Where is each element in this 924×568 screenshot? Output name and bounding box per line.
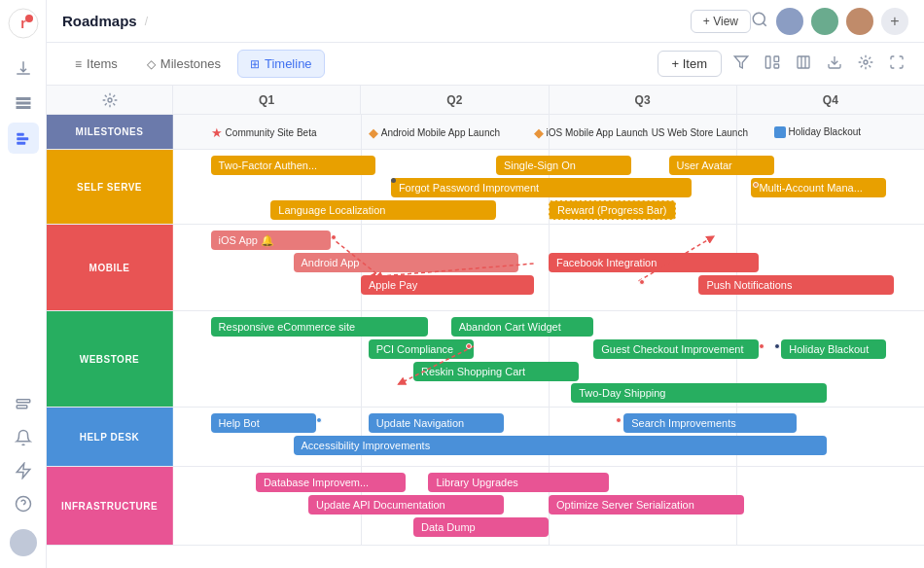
bar-holiday-blackout[interactable]: Holiday Blackout	[781, 339, 886, 359]
add-item-button[interactable]: + Item	[657, 51, 723, 77]
bar-reskin[interactable]: Reskin Shopping Cart	[413, 362, 579, 381]
filter-button[interactable]	[729, 51, 753, 78]
svg-marker-11	[17, 464, 30, 479]
search-button[interactable]	[751, 11, 768, 31]
bar-forgot-password[interactable]: Forgot Password Improvment	[391, 178, 692, 197]
bar-android-app[interactable]: Android App	[294, 253, 519, 272]
svg-rect-19	[798, 56, 809, 68]
sidebar-roadmap[interactable]	[8, 123, 39, 154]
group-button[interactable]	[761, 51, 784, 78]
dot-ios	[331, 234, 337, 240]
bar-api-docs[interactable]: Update API Documentation	[308, 495, 504, 515]
timeline: Q1 Q2 Q3 Q4 MILESTONES	[47, 86, 924, 568]
dot-checkout-2	[774, 343, 780, 349]
tab-timeline-label: Timeline	[265, 56, 312, 71]
webstore-content: Responsive eCommerce site Abandon Cart W…	[173, 311, 924, 407]
milestone-ios-launch: ◆ iOS Mobile App Launch	[534, 124, 649, 139]
quarters-row: Q1 Q2 Q3 Q4	[173, 86, 924, 114]
dot-checkout-1	[759, 343, 764, 349]
quarter-q3: Q3	[550, 86, 737, 114]
add-member-button[interactable]: +	[881, 8, 908, 35]
milestone-community: ★ Community Site Beta	[211, 124, 317, 139]
timeline-tab-icon: ⊞	[250, 57, 260, 71]
bar-update-nav[interactable]: Update Navigation	[369, 413, 504, 433]
milestones-content: ★ Community Site Beta ◆ Android Mobile A…	[173, 115, 924, 149]
header-separator: /	[145, 15, 148, 28]
sidebar-lightning[interactable]	[8, 455, 39, 486]
dot-push	[639, 279, 645, 285]
svg-rect-17	[774, 56, 779, 61]
settings-button[interactable]	[854, 51, 877, 78]
bar-facebook[interactable]: Facebook Integration	[549, 253, 759, 272]
breadcrumb	[156, 14, 691, 28]
bar-single-sign[interactable]: Single-Sign On	[496, 156, 631, 175]
milestones-row: MILESTONES ★ Community Site Beta ◆ Andro…	[47, 115, 924, 150]
tab-items-label: Items	[87, 56, 118, 71]
sidebar-help[interactable]	[8, 488, 39, 519]
milestones-tab-icon: ◇	[147, 57, 156, 71]
svg-rect-5	[17, 107, 30, 109]
bar-library[interactable]: Library Upgrades	[428, 473, 608, 492]
bar-accessibility[interactable]: Accessibility Improvements	[294, 436, 827, 455]
sidebar-list[interactable]	[8, 88, 39, 119]
help-desk-content: Help Bot Update Navigation Search Improv…	[173, 408, 924, 466]
svg-point-2	[25, 15, 33, 22]
bar-two-factor[interactable]: Two-Factor Authen...	[211, 156, 376, 175]
items-tab-icon: ≡	[75, 57, 82, 71]
tab-timeline[interactable]: ⊞ Timeline	[237, 50, 325, 78]
infrastructure-label: INFRASTRUCTURE	[47, 467, 173, 545]
mobile-content: iOS App 🔔 Android App Apple Pay Facebook…	[173, 225, 924, 310]
svg-rect-3	[17, 98, 30, 100]
bar-reward[interactable]: Reward (Progress Bar)	[549, 200, 676, 220]
milestone-webstore: ⚠ US Web Store Launch	[639, 125, 748, 138]
bar-responsive[interactable]: Responsive eCommerce site	[211, 317, 429, 337]
bar-two-day[interactable]: Two-Day Shipping	[571, 383, 826, 403]
self-serve-content: Two-Factor Authen... Single-Sign On User…	[173, 150, 924, 224]
bar-user-avatar[interactable]: User Avatar	[669, 156, 774, 175]
bar-abandon-cart[interactable]: Abandon Cart Widget	[451, 317, 594, 337]
svg-rect-10	[17, 406, 27, 408]
bar-guest-checkout[interactable]: Guest Checkout Improvement	[593, 339, 759, 359]
svg-rect-18	[774, 64, 779, 68]
milestones-label: MILESTONES	[47, 115, 173, 149]
bar-multi-account[interactable]: Multi-Account Mana...	[751, 178, 886, 197]
milestone-android-launch: ◆ Android Mobile App Launch	[369, 124, 500, 139]
app-logo[interactable]: r	[8, 8, 39, 39]
tab-milestones-label: Milestones	[160, 56, 221, 71]
dot-search	[616, 417, 622, 423]
bar-data-dump[interactable]: Data Dump	[413, 517, 549, 537]
webstore-label: WEBSTORE	[47, 311, 173, 407]
svg-point-23	[864, 60, 868, 64]
sidebar-tasks[interactable]	[8, 389, 39, 420]
bar-ios-app[interactable]: iOS App 🔔	[211, 231, 332, 250]
bar-search-improvements[interactable]: Search Improvements	[623, 413, 797, 433]
quarter-header: Q1 Q2 Q3 Q4	[47, 86, 924, 115]
bar-language[interactable]: Language Localization	[270, 200, 496, 220]
sidebar-user-avatar[interactable]	[8, 527, 39, 558]
header-right: +	[751, 8, 908, 35]
tab-items[interactable]: ≡ Items	[62, 50, 130, 78]
bar-apple-pay[interactable]: Apple Pay	[361, 275, 534, 295]
help-desk-label: HELP DESK	[47, 408, 173, 466]
bar-server-serial[interactable]: Optimize Server Serialization	[549, 495, 744, 515]
svg-rect-9	[17, 400, 30, 403]
columns-button[interactable]	[792, 51, 815, 78]
fullscreen-button[interactable]	[885, 51, 908, 78]
export-button[interactable]	[823, 51, 846, 78]
sidebar-download[interactable]	[8, 53, 39, 84]
mobile-label: MOBILE	[47, 225, 173, 310]
bar-help-bot[interactable]: Help Bot	[211, 413, 316, 433]
svg-rect-7	[17, 137, 28, 140]
bar-database[interactable]: Database Improvem...	[256, 473, 406, 492]
bar-pci[interactable]: PCI Compliance	[369, 339, 474, 359]
svg-marker-15	[734, 56, 747, 68]
sidebar-bell[interactable]	[8, 422, 39, 453]
tab-milestones[interactable]: ◇ Milestones	[134, 50, 233, 78]
svg-rect-4	[17, 102, 30, 104]
lane-webstore: WEBSTORE Responsive eCommerce site Aband…	[47, 311, 924, 408]
svg-rect-16	[765, 56, 770, 68]
header-spacer	[47, 86, 173, 114]
breadcrumb-input[interactable]	[156, 14, 311, 28]
view-button[interactable]: + View	[691, 10, 751, 33]
bar-push-notif[interactable]: Push Notifications	[698, 275, 894, 295]
